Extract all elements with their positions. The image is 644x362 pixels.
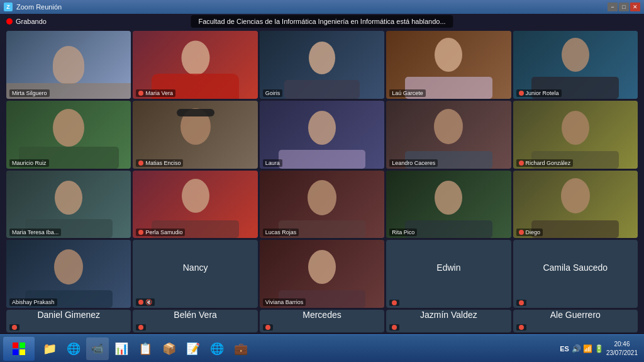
mute-icon: [138, 91, 143, 96]
participant-name: [516, 300, 526, 306]
mute-icon: [265, 325, 270, 330]
mute-icon: [519, 161, 524, 166]
participant-name: Junior Rotela: [516, 89, 562, 97]
participant-big-name: Ale Guerrero: [550, 310, 601, 320]
video-cell-jazminvaldez: Jazmín Valdez: [386, 310, 511, 332]
mute-icon: [519, 230, 524, 235]
volume-icon: 📶: [583, 344, 592, 353]
video-thumbnail: [386, 171, 511, 239]
participant-name: Abishay Prakash: [9, 298, 57, 306]
video-cell-juniorrotela: Junior Rotela: [513, 31, 638, 99]
taskbar-word-icon[interactable]: 📝: [182, 337, 204, 360]
zoom-main: Grabando Facultad de Ciencias de la Info…: [0, 14, 644, 334]
mute-icon: [519, 300, 524, 305]
speaking-banner: Facultad de Ciencias de la Informática I…: [191, 15, 453, 28]
video-thumbnail: [260, 171, 384, 239]
taskbar-excel-icon[interactable]: 📊: [110, 337, 133, 360]
video-cell-mauricioruiz: Mauricio Ruiz: [6, 101, 131, 169]
recording-dot: [6, 18, 13, 25]
taskbar-teams-icon[interactable]: 💼: [230, 337, 252, 360]
mute-icon: [519, 325, 524, 330]
participant-name: [389, 324, 399, 331]
participant-name: Matias Enciso: [136, 159, 183, 167]
video-cell-perlasamudio: Perla Samudio: [133, 171, 257, 239]
video-cell-nancy: Nancy 🔇: [133, 240, 257, 308]
video-thumbnail: [260, 31, 384, 99]
participant-name: Maria Teresa Iba...: [9, 229, 61, 236]
video-cell-abishayprakash: Abishay Prakash: [6, 240, 131, 308]
video-thumbnail: [6, 171, 131, 239]
window-title: Zoom Reunión: [16, 3, 604, 11]
start-button[interactable]: [3, 337, 35, 361]
participant-name: Leandro Caceres: [389, 159, 438, 167]
video-grid: Mirta Silguero Maria Vera Goiris: [0, 29, 644, 334]
video-thumbnail: [6, 240, 131, 308]
participant-name: [389, 300, 399, 306]
taskbar-chrome-icon[interactable]: 🌐: [206, 337, 228, 360]
video-cell-aleguerrero: Ale Guerrero: [513, 310, 638, 332]
language-indicator: ES: [560, 345, 569, 353]
window-controls: − □ ✕: [608, 3, 640, 11]
participant-name: [136, 324, 146, 331]
participant-big-name: Jazmín Valdez: [420, 310, 477, 320]
minimize-button[interactable]: −: [608, 3, 618, 11]
video-cell-ritapico: Rita Pico: [386, 171, 511, 239]
video-cell-edwin: Edwin: [386, 240, 511, 308]
maximize-button[interactable]: □: [619, 3, 629, 11]
svg-rect-3: [19, 349, 25, 355]
title-bar: Z Zoom Reunión − □ ✕: [0, 0, 644, 14]
video-cell-laura: Laura: [260, 101, 384, 169]
taskbar-ie-icon[interactable]: 🌐: [62, 337, 85, 360]
taskbar-dropbox-icon[interactable]: 📦: [158, 337, 180, 360]
video-thumbnail: [513, 101, 638, 169]
video-cell-mariavera: Maria Vera: [133, 31, 257, 99]
participant-big-name: Nancy: [183, 263, 208, 273]
video-thumbnail: [513, 171, 638, 239]
time-display: 20:46: [606, 340, 638, 349]
participant-name: Maria Vera: [136, 89, 175, 97]
video-cell-mariateresa: Maria Teresa Iba...: [6, 171, 131, 239]
participant-name: Richard González: [516, 159, 574, 167]
participant-name: Lucas Rojas: [263, 229, 299, 236]
video-cell-diego: Diego: [513, 171, 638, 239]
mute-icon: [138, 300, 143, 305]
participant-name: Laura: [263, 159, 282, 167]
participant-big-name: Camila Saucedo: [543, 263, 608, 273]
top-bar: Grabando Facultad de Ciencias de la Info…: [0, 14, 644, 29]
mute-icon: [392, 300, 397, 305]
app-icon: Z: [4, 3, 13, 11]
participant-name: [9, 324, 19, 331]
video-thumbnail: [133, 101, 257, 169]
video-cell-mirta: Mirta Silguero: [6, 31, 131, 99]
participant-big-name: Belén Vera: [174, 310, 217, 320]
recording-badge: Grabando: [6, 18, 47, 25]
video-thumbnail: [260, 240, 384, 308]
video-thumbnail: [513, 31, 638, 99]
video-cell-mercedes: Mercedes: [260, 310, 384, 332]
mute-icon: [138, 325, 143, 330]
svg-rect-1: [19, 342, 25, 348]
taskbar-powerpoint-icon[interactable]: 📋: [134, 337, 157, 360]
video-cell-richardgonzalez: Richard González: [513, 101, 638, 169]
taskbar-explorer-icon[interactable]: 📁: [38, 337, 61, 360]
participant-name: Diego: [516, 229, 543, 236]
video-cell-laugarcete: Laú Garcete: [386, 31, 511, 99]
video-thumbnail: [133, 171, 257, 239]
participant-name: Goiris: [263, 89, 283, 97]
video-cell-matiasenciso: Matias Enciso: [133, 101, 257, 169]
video-cell-leandrocaceres: Leandro Caceres: [386, 101, 511, 169]
video-cell-goiris: Goiris: [260, 31, 384, 99]
recording-label: Grabando: [16, 18, 47, 25]
close-button[interactable]: ✕: [630, 3, 640, 11]
video-thumbnail: [6, 31, 131, 99]
participant-big-name: Edwin: [436, 263, 460, 273]
participant-name: Perla Samudio: [136, 229, 185, 236]
participant-big-name: Mercedes: [303, 310, 341, 320]
svg-rect-2: [13, 349, 18, 355]
taskbar-zoom-icon[interactable]: 📹: [86, 337, 109, 360]
video-thumbnail: [260, 101, 384, 169]
participant-name: 🔇: [136, 298, 155, 306]
video-thumbnail: [6, 101, 131, 169]
mute-icon: [12, 325, 17, 330]
participant-big-name: Daniel Gimenez: [37, 310, 100, 320]
